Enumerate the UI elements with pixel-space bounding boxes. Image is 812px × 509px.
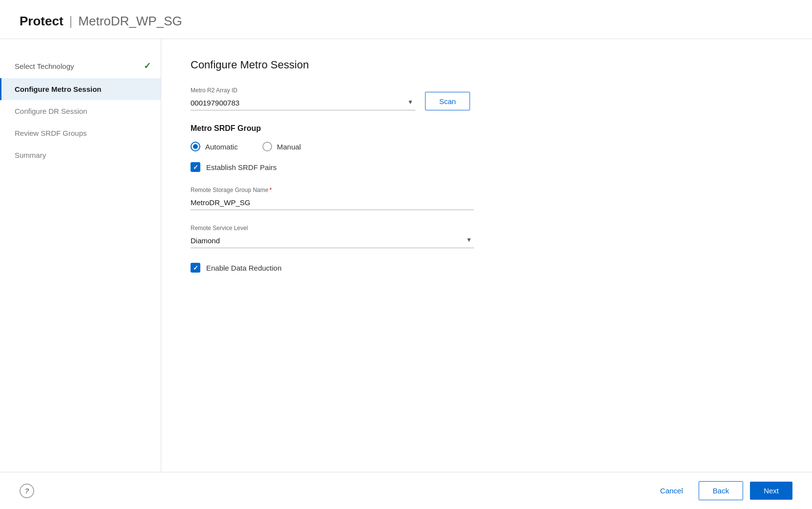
sidebar-item-label: Configure Metro Session: [15, 85, 102, 93]
sidebar-item-label: Select Technology: [15, 62, 74, 70]
remote-storage-group-input[interactable]: [191, 195, 474, 210]
content-area: Configure Metro Session Metro R2 Array I…: [161, 39, 812, 472]
sidebar-item-configure-dr-session[interactable]: Configure DR Session: [0, 100, 161, 122]
enable-data-reduction-checkbox-box: [191, 263, 200, 273]
help-icon[interactable]: ?: [20, 484, 34, 498]
back-button[interactable]: Back: [699, 481, 743, 500]
radio-automatic-circle: [191, 142, 200, 151]
next-button[interactable]: Next: [750, 482, 792, 500]
radio-automatic[interactable]: Automatic: [191, 142, 238, 151]
srdf-mode-radio-group: Automatic Manual: [191, 142, 783, 151]
page-footer: ? Cancel Back Next: [0, 472, 812, 509]
radio-manual-label: Manual: [277, 143, 301, 151]
sidebar-item-label: Review SRDF Groups: [15, 129, 87, 137]
help-icon-label: ?: [24, 487, 29, 495]
radio-automatic-label: Automatic: [205, 143, 238, 151]
radio-manual-circle: [262, 142, 272, 151]
enable-data-reduction-checkbox[interactable]: Enable Data Reduction: [191, 263, 783, 273]
metro-srdf-group-section: Metro SRDF Group Automatic Manual Establ…: [191, 124, 783, 172]
remote-service-level-dropdown-wrapper: Diamond Platinum Gold Silver Bronze Opti…: [191, 233, 474, 248]
scan-button[interactable]: Scan: [425, 92, 470, 110]
check-icon: ✓: [144, 61, 151, 71]
entity-name: MetroDR_WP_SG: [78, 14, 182, 29]
establish-srdf-checkbox[interactable]: Establish SRDF Pairs: [191, 162, 783, 172]
remote-storage-group-label: Remote Storage Group Name: [191, 187, 783, 193]
cancel-button[interactable]: Cancel: [651, 482, 692, 500]
page-header: Protect | MetroDR_WP_SG: [0, 0, 812, 39]
remote-service-level-form: Remote Service Level Diamond Platinum Go…: [191, 225, 783, 248]
footer-left: ?: [20, 484, 34, 498]
app-title: Protect: [20, 14, 64, 29]
sidebar-item-review-srdf-groups[interactable]: Review SRDF Groups: [0, 122, 161, 144]
sidebar-item-label: Configure DR Session: [15, 107, 87, 115]
radio-manual[interactable]: Manual: [262, 142, 301, 151]
header-separator: |: [69, 14, 73, 29]
footer-right: Cancel Back Next: [651, 481, 792, 500]
sidebar-item-label: Summary: [15, 151, 46, 159]
sidebar: Select Technology ✓ Configure Metro Sess…: [0, 39, 161, 472]
metro-srdf-group-title: Metro SRDF Group: [191, 124, 783, 133]
radio-automatic-inner: [193, 144, 198, 149]
remote-storage-group-form: Remote Storage Group Name: [191, 187, 783, 210]
section-title: Configure Metro Session: [191, 59, 783, 71]
main-layout: Select Technology ✓ Configure Metro Sess…: [0, 39, 812, 472]
metro-r2-array-select[interactable]: 000197900783: [191, 96, 415, 110]
sidebar-item-summary[interactable]: Summary: [0, 144, 161, 166]
enable-data-reduction-label: Enable Data Reduction: [206, 264, 281, 272]
remote-service-level-select[interactable]: Diamond Platinum Gold Silver Bronze Opti…: [191, 233, 474, 248]
establish-srdf-checkbox-box: [191, 162, 200, 172]
sidebar-item-select-technology[interactable]: Select Technology ✓: [0, 54, 161, 78]
metro-r2-array-label: Metro R2 Array ID: [191, 87, 415, 94]
remote-service-level-label: Remote Service Level: [191, 225, 783, 232]
metro-r2-array-group: Metro R2 Array ID 000197900783 ▼ Scan: [191, 87, 783, 110]
establish-srdf-label: Establish SRDF Pairs: [206, 163, 277, 171]
sidebar-item-configure-metro-session[interactable]: Configure Metro Session: [0, 78, 161, 100]
metro-r2-array-dropdown-wrapper: 000197900783 ▼: [191, 96, 415, 110]
